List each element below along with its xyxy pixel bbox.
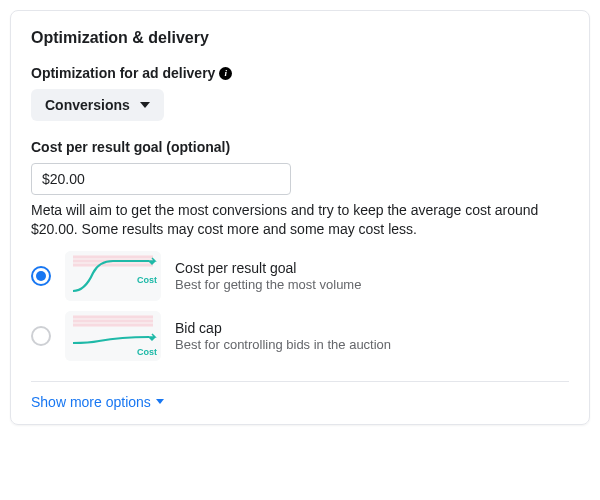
cost-goal-label: Cost per result goal (optional): [31, 139, 569, 155]
strategy-text: Cost per result goal Best for getting th…: [175, 260, 361, 292]
optimization-delivery-card: Optimization & delivery Optimization for…: [10, 10, 590, 425]
show-more-label: Show more options: [31, 394, 151, 410]
optimization-dropdown[interactable]: Conversions: [31, 89, 164, 121]
chevron-down-icon: [140, 102, 150, 108]
optimization-label: Optimization for ad delivery i: [31, 65, 569, 81]
strategy-subtitle: Best for controlling bids in the auction: [175, 337, 391, 352]
optimization-selected-value: Conversions: [45, 97, 130, 113]
cost-goal-input[interactable]: [31, 163, 291, 195]
radio-selected-dot: [36, 271, 46, 281]
strategy-option-bid-cap[interactable]: Cost Bid cap Best for controlling bids i…: [31, 311, 569, 361]
divider: [31, 381, 569, 382]
radio-button[interactable]: [31, 266, 51, 286]
chevron-down-icon: [156, 399, 164, 404]
svg-rect-10: [73, 315, 153, 327]
thumb-cost-label: Cost: [137, 275, 157, 285]
strategy-subtitle: Best for getting the most volume: [175, 277, 361, 292]
show-more-options-link[interactable]: Show more options: [31, 394, 164, 410]
bid-cap-thumbnail: Cost: [65, 311, 161, 361]
cost-per-result-thumbnail: Cost: [65, 251, 161, 301]
info-icon[interactable]: i: [219, 67, 232, 80]
cost-goal-helper: Meta will aim to get the most conversion…: [31, 201, 569, 239]
strategy-title: Cost per result goal: [175, 260, 361, 276]
strategy-title: Bid cap: [175, 320, 391, 336]
thumb-cost-label: Cost: [137, 347, 157, 357]
strategy-option-cost-per-result[interactable]: Cost Cost per result goal Best for getti…: [31, 251, 569, 301]
optimization-label-text: Optimization for ad delivery: [31, 65, 215, 81]
section-title: Optimization & delivery: [31, 29, 569, 47]
radio-button[interactable]: [31, 326, 51, 346]
strategy-text: Bid cap Best for controlling bids in the…: [175, 320, 391, 352]
